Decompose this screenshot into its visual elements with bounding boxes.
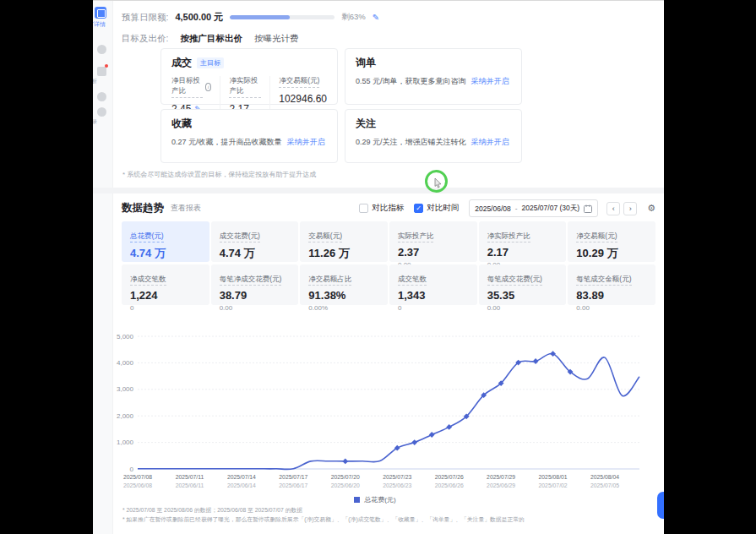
sidebar-icon-3[interactable] <box>97 92 106 101</box>
x-axis-tick-compare: 2025/06/23 <box>383 482 411 488</box>
sidebar-analysis-icon[interactable] <box>97 67 106 76</box>
click-highlight-ring <box>425 170 448 193</box>
metric-compare-value: 0 <box>398 304 469 312</box>
x-axis-tick-current: 2025/08/04 <box>590 474 619 480</box>
chart-legend[interactable]: 总花费(元) <box>122 495 628 504</box>
metric-compare-value: 0 <box>130 304 201 312</box>
metric-card[interactable]: 净交易额(元)10.29 万0.00 <box>568 221 655 262</box>
trend-title: 数据趋势 <box>122 201 164 215</box>
metric-value: 91.38% <box>308 289 379 302</box>
budget-progress-bar <box>230 15 334 19</box>
compare-metric-checkbox[interactable]: 对比指标 <box>359 203 404 214</box>
checkbox-icon[interactable] <box>359 204 368 213</box>
metric-card[interactable]: 每笔净成交花费(元)38.790.00 <box>211 264 299 305</box>
metric-label: 净交易额占比 <box>308 275 351 286</box>
y-axis-tick: 0 <box>130 466 134 473</box>
metric-label: 净实际投产比 <box>487 232 530 242</box>
gear-icon[interactable]: ⚙ <box>647 203 655 214</box>
sidebar-item-detail-label[interactable]: 推广详情 <box>93 20 111 29</box>
data-point-marker <box>429 432 435 438</box>
metric-card[interactable]: 成交笔数1,3430 <box>389 264 477 305</box>
metric-card[interactable]: 每笔成交花费(元)35.350.00 <box>479 264 567 305</box>
info-icon[interactable]: i <box>205 83 212 91</box>
metric-card[interactable]: 总花费(元)4.74 万0.00 <box>122 221 209 262</box>
sidebar-analysis-label[interactable]: 分析 <box>93 78 111 85</box>
budget-progress-fill <box>230 15 290 19</box>
x-axis-tick-compare: 2025/06/20 <box>331 482 360 488</box>
metric-value: 35.35 <box>487 289 558 302</box>
legend-swatch <box>354 497 360 503</box>
x-axis-tick-compare: 2025/06/17 <box>279 482 307 488</box>
metric-value: 2.37 <box>398 246 469 259</box>
bid-label: 目标及出价: <box>122 33 168 45</box>
next-period-button[interactable]: › <box>623 202 637 215</box>
date-range-input[interactable]: 2025/06/08 - 2025/07/07 (30天) <box>469 199 598 217</box>
metric-label: 交易额(元) <box>308 232 342 242</box>
sidebar-record-label[interactable]: 记录 <box>93 118 111 126</box>
x-axis-tick-current: 2025/07/29 <box>487 474 515 480</box>
metric-card[interactable]: 交易额(元)11.26 万0.00 <box>300 221 388 262</box>
tab-bid-by-exposure[interactable]: 按曝光计费 <box>254 33 299 45</box>
sidebar-record-icon[interactable] <box>97 107 106 117</box>
metric-value: 10.29 万 <box>576 246 647 261</box>
checkbox-icon[interactable]: ✓ <box>414 204 423 213</box>
metric-value: 4.74 万 <box>130 246 201 261</box>
legend-label: 总花费(元) <box>364 495 395 504</box>
adopt-enable-link[interactable]: 采纳并开启 <box>287 137 325 148</box>
goal-card-follow: 关注 0.29 元/关注，增强店铺关注转化 采纳并开启 <box>345 109 522 163</box>
chart-footnote-1: * 2025/07/08 至 2025/08/06 的数据；2025/06/08… <box>122 506 302 515</box>
metric-value: 4.74 万 <box>220 246 291 261</box>
metric-card[interactable]: 实际投产比2.370.00 <box>389 221 477 262</box>
metric-card[interactable]: 净实际投产比2.170.00 <box>479 221 567 262</box>
x-axis-tick-current: 2025/07/08 <box>123 474 152 480</box>
metric-label: 每笔成交金额(元) <box>576 275 631 286</box>
metric-label: 净交易额(元) <box>576 232 617 242</box>
goal-card-title: 成交 <box>171 56 192 70</box>
x-axis-tick-compare: 2025/07/02 <box>539 482 568 488</box>
data-point-marker <box>550 351 556 357</box>
y-axis-tick: 5,000 <box>117 333 134 341</box>
adopt-enable-link[interactable]: 采纳并开启 <box>471 137 509 148</box>
metric-label: 成交花费(元) <box>220 232 260 242</box>
x-axis-tick-compare: 2025/07/05 <box>590 482 619 488</box>
y-axis-tick: 1,000 <box>117 439 134 446</box>
prev-period-button[interactable]: ‹ <box>606 202 620 215</box>
metric-card[interactable]: 每笔成交金额(元)83.890.00 <box>568 264 655 305</box>
metric-label: 每笔成交花费(元) <box>487 275 542 286</box>
metric-value: 2.17 <box>487 246 558 259</box>
data-point-marker <box>446 424 452 430</box>
budget-remaining: 剩63% <box>341 12 366 23</box>
adopt-enable-link[interactable]: 采纳并开启 <box>471 76 509 87</box>
compare-time-checkbox[interactable]: ✓ 对比时间 <box>414 203 459 214</box>
x-axis-tick-current: 2025/07/20 <box>331 474 360 480</box>
metric-label: 实际投产比 <box>398 232 434 242</box>
metric-compare-value: 0.00 <box>487 304 558 312</box>
metric-card[interactable]: 净交易额占比91.38%0.00% <box>300 264 388 305</box>
x-axis-tick-current: 2025/07/23 <box>383 474 411 480</box>
sidebar-icon-1[interactable] <box>97 45 106 54</box>
view-report-link[interactable]: 查看报表 <box>171 203 201 214</box>
goal-card-favorite: 收藏 0.27 元/收藏，提升商品收藏数量 采纳并开启 <box>160 109 338 163</box>
metric-value: 1,224 <box>130 289 201 302</box>
trend-header: 数据趋势 查看报表 对比指标 ✓ 对比时间 2025/06/08 - 2025/… <box>122 199 655 217</box>
goal-desc: 0.29 元/关注，增强店铺关注转化 <box>356 137 466 148</box>
x-axis-tick-compare: 2025/06/11 <box>176 482 204 488</box>
goal-card-inquiry: 询单 0.55 元/询单，获取更多意向咨询 采纳并开启 <box>345 48 522 105</box>
data-point-marker <box>342 458 348 464</box>
floating-action-pill[interactable] <box>657 492 664 519</box>
x-axis-tick-compare: 2025/06/26 <box>435 482 464 488</box>
x-axis-tick-current: 2025/07/26 <box>435 474 464 480</box>
metric-label: 净成交笔数 <box>130 275 166 286</box>
x-axis-tick-compare: 2025/06/29 <box>487 482 515 488</box>
budget-amount: 4,500.00 元 <box>175 11 223 24</box>
tab-bid-by-goal[interactable]: 按推广目标出价 <box>180 33 242 45</box>
metric-card[interactable]: 成交花费(元)4.74 万0.00 <box>211 221 299 262</box>
metric-label: 每笔净成交花费(元) <box>220 275 282 286</box>
metric-label: 成交笔数 <box>398 275 427 286</box>
chart-footnote-2: * 如果推广在暂停或删除前已经获得了曝光，那么在暂停或删除后展示「(净)交易额」… <box>122 515 525 524</box>
edit-budget-icon[interactable]: ✎ <box>373 14 379 22</box>
metric-compare-value: 0.00 <box>576 304 647 312</box>
metric-card[interactable]: 净成交笔数1,2240 <box>122 264 209 305</box>
sidebar-item-detail-icon[interactable] <box>95 7 106 19</box>
x-axis-tick-current: 2025/07/11 <box>176 474 204 480</box>
